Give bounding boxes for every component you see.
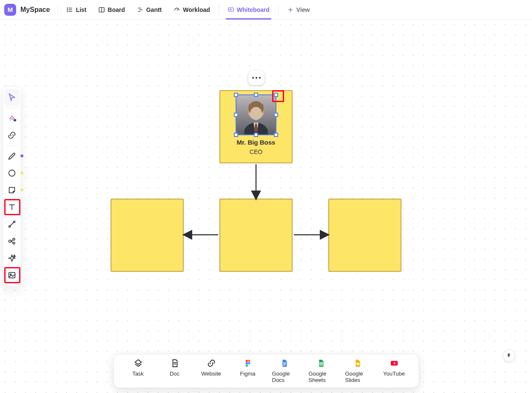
shelf-gdocs[interactable]: Google Docs <box>272 359 297 383</box>
tab-list[interactable]: List <box>61 0 91 19</box>
tool-link[interactable] <box>4 127 20 144</box>
insert-shelf: Task Doc Website Figma Google Docs Googl… <box>114 354 419 388</box>
tool-pen[interactable] <box>4 148 20 165</box>
shelf-doc[interactable]: Doc <box>162 359 187 383</box>
tab-gantt-label: Gantt <box>146 6 162 13</box>
tool-connector[interactable] <box>4 216 20 233</box>
shelf-gsheets[interactable]: Google Sheets <box>309 359 333 383</box>
pen-icon <box>7 151 17 161</box>
selected-image-frame[interactable] <box>236 94 276 135</box>
svg-text:+: + <box>14 118 16 122</box>
org-card-empty-1[interactable] <box>111 199 184 272</box>
tool-group[interactable] <box>4 233 20 250</box>
cursor-icon <box>7 93 17 102</box>
svg-rect-41 <box>283 362 286 363</box>
tool-sticky[interactable] <box>4 182 20 199</box>
whiteboard-canvas[interactable]: Mr. Big Boss CEO <box>0 20 532 393</box>
task-icon <box>134 359 143 368</box>
side-toolbar: + <box>3 86 21 287</box>
image-icon <box>7 271 17 280</box>
resize-handle-e[interactable] <box>274 113 278 117</box>
shelf-figma[interactable]: Figma <box>236 359 260 383</box>
list-icon <box>66 6 73 13</box>
tool-select[interactable] <box>4 89 20 106</box>
figma-icon <box>243 359 253 368</box>
tool-text[interactable] <box>4 199 20 216</box>
resize-handle-s[interactable] <box>254 133 258 137</box>
tab-workload[interactable]: Workload <box>168 0 215 19</box>
context-menu-button[interactable] <box>248 71 265 85</box>
shape-icon <box>7 168 17 178</box>
svg-point-27 <box>9 240 11 242</box>
pen-color-dot <box>20 154 23 157</box>
shelf-gslides[interactable]: Google Slides <box>345 359 370 383</box>
tool-clickup[interactable]: + <box>4 110 20 127</box>
ceo-role: CEO <box>250 148 262 155</box>
shelf-youtube[interactable]: YouTube <box>382 359 407 383</box>
resize-handle-n[interactable] <box>254 93 258 97</box>
svg-line-26 <box>10 222 14 226</box>
board-icon <box>98 6 105 13</box>
gslides-icon <box>353 359 362 368</box>
resize-handle-se[interactable] <box>274 133 278 137</box>
svg-point-3 <box>67 8 68 8</box>
tool-ai[interactable] <box>4 250 20 267</box>
workload-icon <box>174 6 180 13</box>
add-view-button[interactable]: View <box>282 0 315 19</box>
svg-point-21 <box>9 170 15 177</box>
svg-point-36 <box>245 360 248 362</box>
svg-rect-42 <box>283 364 286 364</box>
org-card-empty-2[interactable] <box>219 199 293 272</box>
gsheets-icon <box>316 359 326 368</box>
space-avatar[interactable]: M <box>4 4 16 16</box>
shelf-gslides-label: Google Slides <box>345 370 370 383</box>
doc-icon <box>170 359 179 368</box>
svg-point-40 <box>245 365 248 367</box>
resize-handle-w[interactable] <box>234 113 238 117</box>
website-icon <box>207 359 216 368</box>
pin-shelf-button[interactable] <box>503 350 515 362</box>
group-icon <box>7 236 17 246</box>
tab-list-label: List <box>76 6 86 13</box>
space-name[interactable]: MySpace <box>20 6 50 14</box>
text-icon <box>7 202 17 212</box>
separator <box>57 5 58 15</box>
shelf-doc-label: Doc <box>170 370 179 377</box>
svg-point-4 <box>67 9 68 10</box>
person-illustration <box>236 95 276 134</box>
sparkle-icon <box>7 253 17 263</box>
shelf-website[interactable]: Website <box>199 359 224 383</box>
sticky-icon <box>7 185 17 195</box>
org-card-ceo[interactable]: Mr. Big Boss CEO <box>219 90 293 163</box>
resize-handle-sw[interactable] <box>234 133 238 137</box>
shelf-youtube-label: YouTube <box>383 370 405 377</box>
svg-point-24 <box>9 226 11 228</box>
tab-board[interactable]: Board <box>93 0 130 19</box>
svg-line-30 <box>11 239 13 241</box>
ceo-photo[interactable] <box>236 95 276 134</box>
sticky-color-dot <box>20 188 23 191</box>
org-card-empty-3[interactable] <box>328 199 401 272</box>
ceo-name: Mr. Big Boss <box>237 139 276 146</box>
shelf-gsheets-label: Google Sheets <box>309 370 333 383</box>
tool-image[interactable] <box>4 267 20 284</box>
shelf-task[interactable]: Task <box>126 359 151 383</box>
connector-icon <box>7 219 17 229</box>
resize-handle-nw[interactable] <box>234 93 238 97</box>
svg-rect-43 <box>283 365 285 365</box>
shelf-gdocs-label: Google Docs <box>272 370 297 383</box>
svg-line-11 <box>177 9 178 10</box>
add-view-label: View <box>296 6 310 13</box>
shelf-figma-label: Figma <box>240 370 255 377</box>
plus-icon <box>287 6 294 13</box>
svg-point-25 <box>14 221 15 223</box>
top-header: M MySpace List Board Gantt Workload Whit… <box>0 0 532 20</box>
whiteboard-icon <box>228 6 234 13</box>
tab-board-label: Board <box>108 6 125 13</box>
tool-shape[interactable] <box>4 165 20 182</box>
tab-gantt[interactable]: Gantt <box>132 0 167 19</box>
gdocs-icon <box>280 359 289 368</box>
shelf-task-label: Task <box>132 370 144 377</box>
tab-whiteboard[interactable]: Whiteboard <box>222 0 275 19</box>
separator <box>278 5 279 15</box>
